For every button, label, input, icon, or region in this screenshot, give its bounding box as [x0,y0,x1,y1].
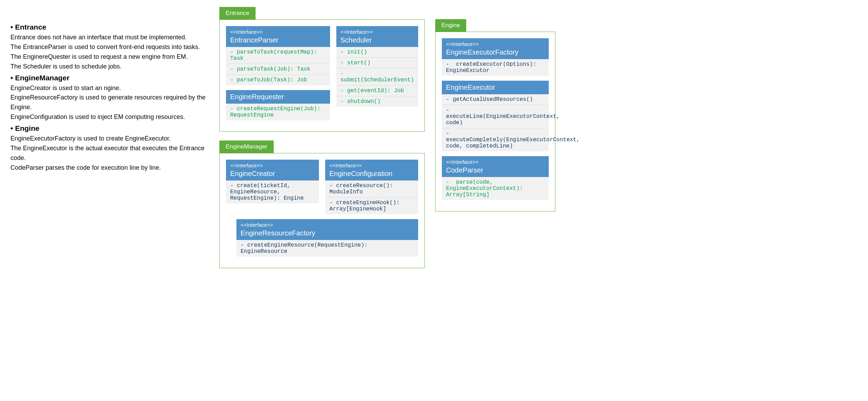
uml-name: EngineExecutor [446,83,545,91]
desc-line: Entrance does not have an interface that… [10,33,212,42]
uml-stereotype: <<Interface>> [329,162,414,168]
uml-method: - createExecutor(Options): EngineExcutor [442,59,549,76]
diagram-column-b: Engine <<Interface>> EngineExecutorFacto… [435,7,555,220]
diagram-layout: Entrance Entrance does not have an inter… [7,7,861,277]
section-heading: Engine [10,124,212,133]
uml-method: - createEngineHook(): Array[EngineHook] [325,198,418,214]
uml-name: Scheduler [341,36,414,44]
uml-method: - init() [336,47,418,58]
uml-method: - createEngineResource(RequestEngine): E… [236,240,418,257]
uml-stereotype: <<Interface>> [446,41,545,47]
uml-name: EngineCreator [230,170,315,178]
uml-method: - parseToTask(requestMap): Task [226,47,330,64]
section-entrance: Entrance Entrance does not have an inter… [10,23,212,72]
uml-method: - createRequestEngine(Job): RequestEngin… [226,104,330,120]
group-tab: Engine [435,19,466,32]
uml-name: EngineExecutorFactory [446,48,545,56]
desc-line: CodeParser parses the code for execution… [10,163,212,173]
desc-line: The EngineExecutor is the actual executo… [10,144,212,163]
desc-line: The EntranceParser is used to convert fr… [10,42,212,52]
uml-stereotype: <<Interface>> [446,159,545,165]
uml-method: - parseToJob(Task): Job [226,75,330,85]
uml-method: - shutdown() [336,96,418,107]
uml-method: - submit(SchedulerEvent) [336,69,418,86]
desc-line: EngineResourceFactory is used to generat… [10,93,212,112]
desc-line: EngineExecutorFactory is used to create … [10,134,212,144]
uml-engine-configuration: <<Interface>> EngineConfiguration - crea… [325,160,418,214]
section-heading: EngineManager [10,74,212,82]
uml-name: EngineRequester [230,93,326,101]
diagram-panel: Entrance <<Interface>> EntranceParser - … [219,7,861,277]
uml-name: EngineResourceFactory [241,229,414,237]
uml-method: - start() [336,58,418,69]
group-tab: Entrance [219,7,256,19]
uml-stereotype: <<Interface>> [241,222,414,228]
uml-method: - get(eventId): Job [336,86,418,96]
uml-name: EngineConfiguration [329,170,414,178]
uml-engine-resource-factory: <<Interface>> EngineResourceFactory - cr… [236,219,418,257]
desc-line: EngineCreator is used to start an ngine. [10,83,212,93]
uml-method: - executeCompletely(EngineExecutorContex… [442,128,549,151]
uml-method: - parse(code, EngineExecutorContext): Ar… [442,177,549,200]
uml-engine-requester: EngineRequester - createRequestEngine(Jo… [226,90,330,120]
uml-engine-creator: <<Interface>> EngineCreator - create(tic… [226,160,319,203]
uml-stereotype: <<Interface>> [341,29,414,35]
uml-method: - parseToTask(Job): Task [226,64,330,75]
uml-method: - create(ticketId, EngineResource, Reque… [226,181,319,203]
uml-engine-executor-factory: <<Interface>> EngineExecutorFactory - cr… [442,38,549,76]
desc-line: The EnginereQuester is used to request a… [10,52,212,62]
uml-method: - getActualUsedResources() [442,94,549,105]
uml-entrance-parser: <<Interface>> EntranceParser - parseToTa… [226,26,330,85]
group-entrance: Entrance <<Interface>> EntranceParser - … [219,7,425,132]
uml-scheduler: <<Interface>> Scheduler - init() - start… [336,26,418,107]
uml-name: EntranceParser [230,36,326,44]
section-engine: Engine EngineExecutorFactory is used to … [10,124,212,173]
desc-line: EngineConfiguration is used to inject EM… [10,112,212,122]
section-enginemanager: EngineManager EngineCreator is used to s… [10,74,212,122]
desc-line: The Scheduler is used to schedule jobs. [10,62,212,72]
uml-stereotype: <<Interface>> [230,29,326,35]
uml-method: - executeLine(EngineExecutorContext, cod… [442,105,549,128]
uml-code-parser: <<Interface>> CodeParser - parse(code, E… [442,156,549,200]
group-engine: Engine <<Interface>> EngineExecutorFacto… [435,19,555,211]
uml-engine-executor: EngineExecutor - getActualUsedResources(… [442,81,549,151]
group-enginemanager: EngineManager <<Interface>> EngineCreato… [219,141,425,268]
uml-stereotype: <<Interface>> [230,162,315,168]
description-panel: Entrance Entrance does not have an inter… [7,7,212,173]
uml-method: - createResource(): ModuleInfo [325,181,418,198]
section-heading: Entrance [10,23,212,31]
uml-name: CodeParser [446,166,545,174]
diagram-column-a: Entrance <<Interface>> EntranceParser - … [219,7,425,277]
group-tab: EngineManager [219,141,274,153]
